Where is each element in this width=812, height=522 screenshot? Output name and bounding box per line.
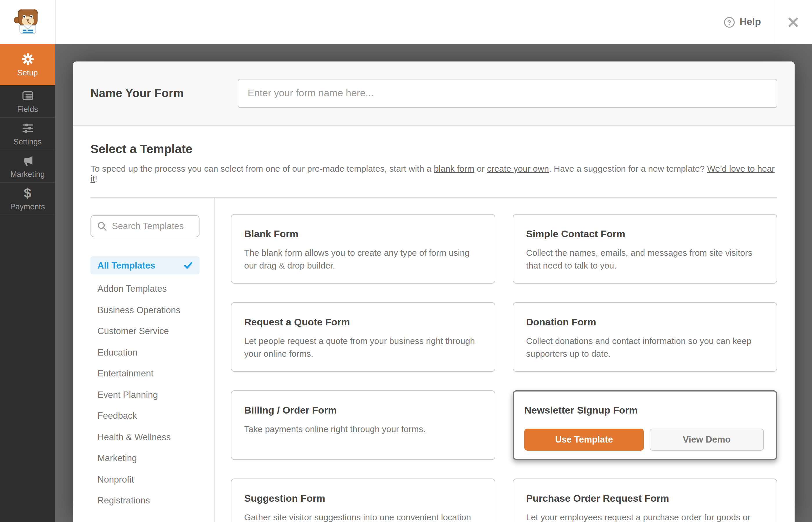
sidebar-item-label: Payments: [10, 202, 45, 211]
category-item-addon-templates[interactable]: Addon Templates: [90, 278, 200, 300]
sidebar-item-label: Setup: [17, 68, 38, 77]
template-title: Billing / Order Form: [244, 405, 482, 417]
top-bar: ? Help: [0, 0, 812, 44]
template-card-request-a-quote-form[interactable]: Request a Quote Form Let people request …: [231, 302, 495, 372]
category-item-nonprofit[interactable]: Nonprofit: [90, 469, 200, 490]
wpforms-logo: [0, 0, 56, 44]
topbar-actions: ? Help: [724, 0, 812, 44]
template-description: The blank form allows you to create any …: [244, 246, 482, 272]
category-item-customer-service[interactable]: Customer Service: [90, 321, 200, 342]
template-description: Collect donations and contact informatio…: [526, 335, 764, 360]
template-card-simple-contact-form[interactable]: Simple Contact Form Collect the names, e…: [513, 214, 777, 284]
template-title: Suggestion Form: [244, 493, 482, 505]
template-card-donation-form[interactable]: Donation Form Collect donations and cont…: [513, 302, 777, 372]
category-item-health-wellness[interactable]: Health & Wellness: [90, 427, 200, 448]
check-icon: [184, 261, 192, 270]
gear-icon: [21, 52, 34, 66]
intro-text: . Have a suggestion for a new template?: [549, 164, 707, 174]
category-item-entertainment[interactable]: Entertainment: [90, 363, 200, 384]
template-description: Let people request a quote from your bus…: [244, 335, 482, 360]
category-item-all-templates[interactable]: All Templates: [90, 256, 200, 274]
category-label: All Templates: [98, 260, 155, 270]
form-name-input[interactable]: [238, 79, 777, 108]
intro-text: or: [474, 164, 487, 174]
template-description: Collect the names, emails, and messages …: [526, 246, 764, 272]
template-card-blank-form[interactable]: Blank Form The blank form allows you to …: [231, 214, 495, 284]
name-your-form-label: Name Your Form: [90, 87, 184, 100]
sidebar-item-fields[interactable]: Fields: [0, 85, 55, 118]
category-item-registrations[interactable]: Registrations: [90, 490, 200, 511]
search-icon: [97, 221, 107, 234]
intro-text: !: [95, 174, 97, 183]
svg-text:?: ?: [727, 18, 731, 26]
template-intro: To speed up the process you can select f…: [90, 164, 777, 183]
template-card-purchase-order-request-form[interactable]: Purchase Order Request Form Let your emp…: [513, 479, 777, 522]
category-list: All Templates Addon Templates Business O…: [90, 256, 214, 511]
sidebar-item-settings[interactable]: Settings: [0, 118, 55, 150]
sliders-icon: [21, 121, 34, 135]
category-item-event-planning[interactable]: Event Planning: [90, 384, 200, 405]
category-item-education[interactable]: Education: [90, 342, 200, 363]
template-grid: Blank Form The blank form allows you to …: [215, 198, 777, 522]
help-icon: ?: [724, 17, 735, 27]
dollar-icon: $: [24, 186, 31, 200]
blank-form-link[interactable]: blank form: [434, 164, 474, 174]
sidebar-item-marketing[interactable]: Marketing: [0, 150, 55, 183]
template-title: Request a Quote Form: [244, 317, 482, 328]
category-item-business-operations[interactable]: Business Operations: [90, 300, 200, 321]
template-card-newsletter-signup-form[interactable]: Newsletter Signup Form Use Template View…: [513, 390, 777, 460]
template-search: [90, 215, 200, 237]
template-title: Blank Form: [244, 228, 482, 240]
template-card-suggestion-form[interactable]: Suggestion Form Gather site visitor sugg…: [231, 479, 495, 522]
template-title: Simple Contact Form: [526, 228, 764, 240]
wpforms-bear-mascot: [13, 7, 43, 37]
sidebar-item-label: Fields: [17, 105, 38, 114]
close-builder-button[interactable]: [774, 0, 812, 44]
builder-sidebar: Setup Fields: [0, 44, 55, 522]
megaphone-icon: [21, 154, 34, 168]
category-item-feedback[interactable]: Feedback: [90, 405, 200, 427]
template-card-actions: Use Template View Demo: [524, 429, 766, 451]
setup-panel: Name Your Form Select a Template To spee…: [73, 61, 795, 522]
create-your-own-link[interactable]: create your own: [487, 164, 549, 174]
template-card-billing-order-form[interactable]: Billing / Order Form Take payments onlin…: [231, 390, 495, 460]
sidebar-item-label: Settings: [13, 138, 42, 146]
use-template-button[interactable]: Use Template: [524, 429, 644, 451]
sidebar-item-payments[interactable]: $ Payments: [0, 183, 55, 215]
fields-icon: [21, 89, 34, 103]
name-your-form-section: Name Your Form: [73, 61, 795, 126]
template-title: Newsletter Signup Form: [524, 405, 766, 417]
intro-text: To speed up the process you can select f…: [90, 164, 434, 174]
close-icon: [787, 16, 799, 28]
select-template-title: Select a Template: [90, 142, 777, 156]
select-template-section: Select a Template To speed up the proces…: [73, 142, 795, 522]
template-categories: All Templates Addon Templates Business O…: [90, 198, 215, 522]
template-title: Donation Form: [526, 317, 764, 328]
category-item-marketing[interactable]: Marketing: [90, 448, 200, 469]
template-browser: All Templates Addon Templates Business O…: [90, 197, 777, 522]
sidebar-item-setup[interactable]: Setup: [0, 44, 55, 85]
template-description: Gather site visitor suggestions into one…: [244, 511, 482, 522]
help-label: Help: [739, 16, 761, 28]
sidebar-item-label: Marketing: [11, 170, 45, 179]
view-demo-button[interactable]: View Demo: [650, 429, 764, 451]
template-description: Take payments online right through your …: [244, 423, 482, 436]
template-description: Let your employees request a purchase or…: [526, 511, 764, 522]
help-button[interactable]: ? Help: [724, 16, 761, 28]
wpforms-form-builder: ? Help: [0, 0, 812, 522]
template-title: Purchase Order Request Form: [526, 493, 764, 505]
